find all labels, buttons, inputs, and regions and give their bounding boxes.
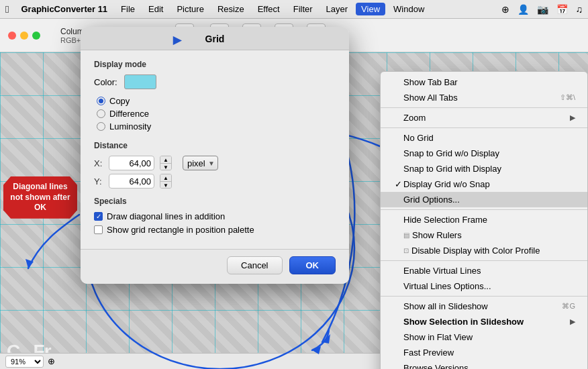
color-row: Color: xyxy=(94,74,336,89)
radio-luminosity[interactable]: Luminosity xyxy=(97,121,336,131)
menubar:  GraphicConverter 11 File Edit Picture … xyxy=(0,0,588,19)
menu-view[interactable]: View xyxy=(356,3,385,15)
dd-show-selection-slideshow[interactable]: Show Selection in Slideshow ▶ xyxy=(381,314,587,329)
dd-show-all-slideshow[interactable]: Show all in Slideshow ⌘G xyxy=(381,299,587,314)
radio-difference-dot xyxy=(97,109,105,118)
close-button[interactable] xyxy=(8,32,16,40)
dd-display-grid[interactable]: ✓ Display Grid w/o Snap xyxy=(381,176,587,192)
y-stepper[interactable]: ▲ ▼ xyxy=(160,174,172,189)
x-step-up[interactable]: ▲ xyxy=(160,156,171,164)
menu-edit[interactable]: Edit xyxy=(143,3,168,15)
dd-snap-with-display[interactable]: Snap to Grid with Display xyxy=(381,161,587,176)
window-controls xyxy=(8,32,40,40)
checkbox-diagonal[interactable]: ✓ Draw diagonal lines in addition xyxy=(94,211,336,221)
display-mode-label: Display mode xyxy=(94,60,336,69)
checkbox-diagonal-label: Draw diagonal lines in addition xyxy=(107,211,225,221)
y-label: Y: xyxy=(94,176,103,187)
dd-sep-2 xyxy=(381,127,587,128)
menu-window[interactable]: Window xyxy=(388,3,430,15)
x-input[interactable]: 64,00 xyxy=(109,156,154,170)
dd-show-all-tabs[interactable]: Show All Tabs ⇧⌘\ xyxy=(381,90,587,105)
checkbox-diagonal-box[interactable]: ✓ xyxy=(94,212,103,221)
radio-copy[interactable]: Copy xyxy=(97,96,336,106)
dd-no-grid[interactable]: No Grid xyxy=(381,130,587,146)
specials-section: Specials ✓ Draw diagonal lines in additi… xyxy=(94,197,336,235)
menu-file[interactable]: File xyxy=(115,3,140,15)
x-step-down[interactable]: ▼ xyxy=(160,164,171,170)
radio-difference-label: Difference xyxy=(109,109,149,119)
music-icon: ♫ xyxy=(576,4,583,15)
unit-select[interactable]: pixel cm mm inch xyxy=(183,156,218,170)
x-stepper[interactable]: ▲ ▼ xyxy=(160,156,172,170)
app-name[interactable]: GraphicConverter 11 xyxy=(15,3,113,15)
grid-dialog: Grid Display mode Color: Copy Difference… xyxy=(81,27,349,284)
y-step-down[interactable]: ▼ xyxy=(160,182,171,189)
apple-logo-icon[interactable]:  xyxy=(5,3,9,15)
dd-show-flat-view[interactable]: Show in Flat View xyxy=(381,329,587,345)
radio-difference[interactable]: Difference xyxy=(97,109,336,119)
dialog-buttons: Cancel OK xyxy=(81,249,349,284)
annotation-bubble: Diagonal lines not shown after OK xyxy=(3,176,77,219)
dd-sep-1 xyxy=(381,107,587,108)
cancel-button[interactable]: Cancel xyxy=(227,256,282,274)
dd-enable-virtual-lines[interactable]: Enable Virtual Lines xyxy=(381,263,587,278)
dd-virtual-lines-options[interactable]: Virtual Lines Options... xyxy=(381,278,587,294)
x-value: 64,00 xyxy=(129,158,151,168)
specials-label: Specials xyxy=(94,197,336,206)
checkbox-grid-rect-label: Show grid rectangle in position palette xyxy=(107,225,254,235)
dd-grid-options[interactable]: Grid Options... xyxy=(381,192,587,207)
zoom-select[interactable]: 91% 50% 100% 200% xyxy=(5,356,44,368)
dd-zoom[interactable]: Zoom ▶ xyxy=(381,110,587,125)
dialog-title: Grid xyxy=(205,34,225,44)
dd-snap-no-display[interactable]: Snap to Grid w/o Display xyxy=(381,146,587,161)
radio-luminosity-label: Luminosity xyxy=(109,121,151,131)
dialog-title-bar: Grid xyxy=(81,27,349,50)
y-step-up[interactable]: ▲ xyxy=(160,174,171,182)
ok-button[interactable]: OK xyxy=(289,256,336,274)
dd-show-rulers[interactable]: ▤ Show Rulers xyxy=(381,227,587,243)
dd-sep-5 xyxy=(381,296,587,297)
dd-hide-selection-frame[interactable]: Hide Selection Frame xyxy=(381,212,587,227)
menu-layer[interactable]: Layer xyxy=(321,3,354,15)
distance-label: Distance xyxy=(94,141,336,150)
color-field-label: Color: xyxy=(94,77,117,87)
color-swatch[interactable] xyxy=(124,74,156,89)
calendar-icon: 📅 xyxy=(556,4,568,15)
dd-sep-3 xyxy=(381,209,587,210)
menu-resize[interactable]: Resize xyxy=(212,3,250,15)
checkbox-grid-rect-box[interactable] xyxy=(94,225,103,234)
menu-filter[interactable]: Filter xyxy=(288,3,318,15)
radio-copy-label: Copy xyxy=(109,96,130,106)
radio-copy-dot xyxy=(97,97,105,105)
dd-browse-versions[interactable]: Browse Versions xyxy=(381,360,587,369)
unit-wrapper: pixel cm mm inch ▼ xyxy=(177,156,218,170)
x-label: X: xyxy=(94,158,103,168)
radio-luminosity-dot xyxy=(97,122,105,131)
x-row: X: 64,00 ▲ ▼ pixel cm mm inch ▼ xyxy=(94,156,336,170)
user-icon: 👤 xyxy=(518,4,529,15)
menu-effect[interactable]: Effect xyxy=(252,3,285,15)
dd-show-tab-bar[interactable]: Show Tab Bar xyxy=(381,74,587,90)
dd-fast-preview[interactable]: Fast Preview xyxy=(381,345,587,360)
zoom-fit-icon[interactable]: ⊕ xyxy=(48,356,55,366)
checkbox-grid-rect[interactable]: Show grid rectangle in position palette xyxy=(94,225,336,235)
maximize-button[interactable] xyxy=(32,32,40,40)
dialog-body: Display mode Color: Copy Difference Lumi… xyxy=(81,50,349,249)
minimize-button[interactable] xyxy=(20,32,28,40)
camera-icon: 📷 xyxy=(537,4,548,15)
y-value: 64,00 xyxy=(129,176,151,187)
y-row: Y: 64,00 ▲ ▼ xyxy=(94,174,336,189)
y-input[interactable]: 64,00 xyxy=(109,174,154,189)
view-dropdown: Show Tab Bar Show All Tabs ⇧⌘\ Zoom ▶ No… xyxy=(380,71,588,369)
dd-sep-4 xyxy=(381,260,587,261)
distance-section: Distance X: 64,00 ▲ ▼ pixel cm mm inch xyxy=(94,141,336,189)
screen-record-icon: ⊕ xyxy=(501,4,509,15)
menu-picture[interactable]: Picture xyxy=(171,3,209,15)
dd-disable-color-profile[interactable]: ⊡ Disable Display with Color Profile xyxy=(381,243,587,258)
radio-group: Copy Difference Luminosity xyxy=(94,96,336,131)
